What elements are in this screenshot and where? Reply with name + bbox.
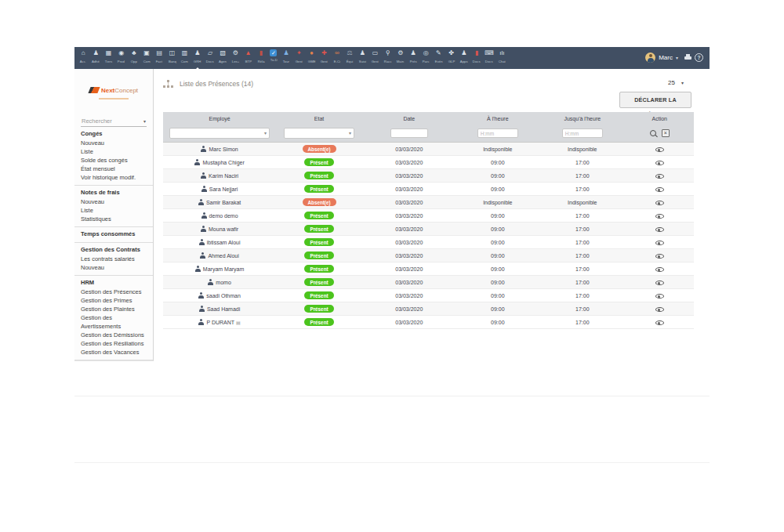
view-icon[interactable] <box>655 159 664 166</box>
employee-link[interactable]: P DURANT▤ <box>198 319 240 325</box>
column-header-0[interactable]: Employé <box>163 116 276 121</box>
sidebar-item[interactable]: Gestion des Vacances <box>81 348 147 356</box>
topbar-item-btp[interactable]: ▲BTP <box>241 49 254 69</box>
view-icon[interactable] <box>655 186 664 193</box>
employee-link[interactable]: momo <box>208 279 230 285</box>
sidebar-item[interactable]: État mensuel <box>81 165 147 173</box>
sidebar-item[interactable]: Gestion des Primes <box>81 296 147 305</box>
view-icon[interactable] <box>655 306 664 313</box>
sidebar-section-title[interactable]: Congés <box>81 129 147 139</box>
print-icon[interactable] <box>684 54 691 61</box>
topbar-item-agen[interactable]: ▧Agen <box>216 49 229 69</box>
employee-link[interactable]: demo demo <box>201 212 238 219</box>
view-icon[interactable] <box>655 319 664 326</box>
to-time-filter-input[interactable] <box>562 128 603 138</box>
view-icon[interactable] <box>655 266 664 273</box>
sidebar-item[interactable]: Solde des congés <box>81 156 147 165</box>
sidebar-section-title[interactable]: Temps consommés <box>81 230 147 239</box>
topbar-item-les+[interactable]: ⚙Les+ <box>229 49 241 69</box>
topbar-item-tiers[interactable]: ▦Tiers <box>102 49 114 69</box>
sidebar-item[interactable]: Les contrats salariés <box>81 255 147 263</box>
search-filter-icon[interactable] <box>650 130 656 136</box>
employee-filter-select[interactable] <box>169 128 270 139</box>
employee-link[interactable]: Saad Hamadi <box>199 306 240 312</box>
sidebar-item[interactable]: Statistiques <box>81 215 147 223</box>
topbar-item-grh[interactable]: ♟GRH <box>191 49 204 69</box>
logo[interactable]: NextConcept <box>74 81 153 100</box>
topbar-item-prod[interactable]: ◉Prod <box>115 49 128 69</box>
sidebar-item[interactable]: Gestion des Présences <box>81 288 147 296</box>
sidebar-section-title[interactable]: Notes de frais <box>81 188 147 197</box>
view-icon[interactable] <box>655 279 664 286</box>
topbar-item-e-ci[interactable]: ∞E-Ci <box>331 49 343 69</box>
topbar-item-suivi[interactable]: ♟Suivi <box>356 49 368 69</box>
sidebar-item[interactable]: Nouveau <box>81 139 147 147</box>
column-header-2[interactable]: Date <box>362 116 456 121</box>
sidebar-item[interactable]: Gestion des Plaintes <box>81 305 147 313</box>
column-header-5[interactable]: Action <box>626 116 694 121</box>
view-icon[interactable] <box>655 212 664 219</box>
sidebar-item[interactable]: Gestion des Démissions <box>81 331 147 339</box>
view-icon[interactable] <box>655 292 664 299</box>
page-size-select[interactable]: 25 <box>668 79 684 86</box>
topbar-item-parc[interactable]: ◎Parc <box>419 49 432 69</box>
topbar-item-acc.[interactable]: ⌂Acc. <box>77 49 89 69</box>
employee-link[interactable]: ibtissam Aloui <box>199 239 241 245</box>
topbar-item-adhé[interactable]: ♟Adhé <box>89 49 102 69</box>
view-icon[interactable] <box>655 172 664 179</box>
from-time-filter-input[interactable] <box>477 128 518 138</box>
topbar-item-com[interactable]: ▣Com <box>140 49 153 69</box>
topbar-item-docs[interactable]: ▱Docs <box>204 49 216 69</box>
employee-link[interactable]: Sara Nejjari <box>201 186 238 192</box>
help-icon[interactable] <box>695 53 703 62</box>
column-header-1[interactable]: Etat <box>276 116 362 121</box>
topbar-item-équi[interactable]: ⚖Équi <box>343 49 356 69</box>
sidebar-item[interactable]: Liste <box>81 147 147 156</box>
view-icon[interactable] <box>655 226 664 233</box>
employee-link[interactable]: Samir Barakat <box>198 199 241 205</box>
sidebar-item[interactable]: Nouveau <box>81 263 147 272</box>
employee-link[interactable]: Ahmed Aloui <box>200 252 238 259</box>
topbar-item-gme[interactable]: ●GME <box>305 49 318 69</box>
view-icon[interactable] <box>655 199 664 206</box>
employee-link[interactable]: Mustapha Chiger <box>194 159 244 165</box>
sidebar-section-title[interactable]: HRM <box>81 278 147 288</box>
employee-link[interactable]: Mouna wafir <box>201 226 238 232</box>
topbar-item-docs[interactable]: ▮Docs <box>470 49 483 69</box>
sidebar-item[interactable]: Gestion des Résiliations <box>81 339 147 348</box>
topbar-item-tour[interactable]: ♟Tour <box>280 49 292 69</box>
topbar-item-glp[interactable]: ✤GLP <box>445 49 457 69</box>
topbar-item-to-d[interactable]: ✓To-D <box>267 49 280 69</box>
topbar-item-chat[interactable]: ılıChat <box>495 49 508 69</box>
topbar-item-opp[interactable]: ♣Opp <box>128 49 140 69</box>
topbar-item-gest[interactable]: ✦Gest <box>292 49 305 69</box>
topbar-item-docs[interactable]: ⌨Docs <box>483 49 495 69</box>
clear-filter-icon[interactable] <box>662 129 670 137</box>
topbar-item-réla[interactable]: ▮Réla <box>255 49 267 69</box>
search-input[interactable]: Rechercher <box>81 116 147 127</box>
view-icon[interactable] <box>655 146 664 153</box>
sidebar-item[interactable]: Liste <box>81 206 147 215</box>
view-icon[interactable] <box>655 239 664 246</box>
topbar-item-gest[interactable]: ▭Gest <box>368 49 381 69</box>
user-menu[interactable]: Marc <box>645 52 703 63</box>
topbar-item-evén[interactable]: ✎Evén <box>432 49 445 69</box>
employee-link[interactable]: Karim Naciri <box>201 172 238 179</box>
sidebar-item[interactable]: Gestion des Avertissements <box>81 313 147 331</box>
topbar-item-com[interactable]: ▥Com <box>179 49 191 69</box>
column-header-3[interactable]: À l'heure <box>456 116 539 121</box>
topbar-item-banq[interactable]: ◫Banq <box>165 49 178 69</box>
sidebar-item[interactable]: Voir historique modif. <box>81 173 147 182</box>
topbar-item-fact[interactable]: ▤Fact <box>153 49 165 69</box>
sidebar-item[interactable]: Nouveau <box>81 197 147 206</box>
topbar-item-main[interactable]: ⚙Main <box>394 49 407 69</box>
sidebar-section-title[interactable]: Gestion des Contrats <box>81 245 147 255</box>
declare-presence-button[interactable]: DÉCLARER LA PRÉSENCE <box>619 92 691 108</box>
employee-link[interactable]: saadi Othman <box>198 292 241 299</box>
view-icon[interactable] <box>655 252 664 259</box>
topbar-item-prés[interactable]: ♟Prés <box>407 49 419 69</box>
topbar-item-apps[interactable]: ♟Apps <box>458 49 470 69</box>
employee-link[interactable]: Marc Simon <box>201 146 238 152</box>
column-header-4[interactable]: Jusqu'à l'heure <box>539 116 626 121</box>
topbar-item-gest[interactable]: ✚Gest <box>318 49 331 69</box>
